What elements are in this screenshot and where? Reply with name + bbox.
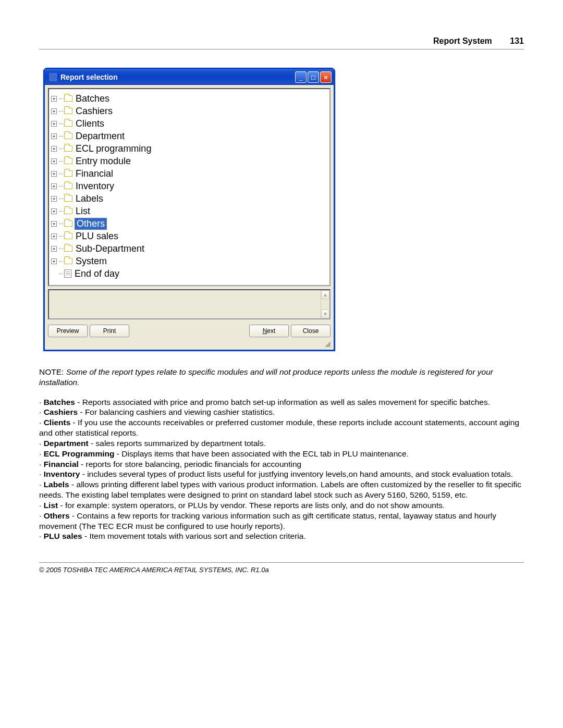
expand-icon[interactable]: + (51, 258, 57, 264)
tree-item-label: End of day (74, 268, 120, 279)
document-icon (64, 269, 71, 278)
expand-icon[interactable]: + (51, 246, 57, 252)
description-text: - Item movement totals with various sort… (82, 532, 306, 540)
description-term: Labels (44, 480, 69, 489)
folder-icon (64, 195, 72, 202)
description-entry: · ECL Programming - Displays items that … (39, 449, 524, 459)
tree-item-financial[interactable]: +Financial (51, 167, 327, 180)
maximize-icon: □ (311, 73, 315, 81)
description-entry: · Clients - If you use the accounts rece… (39, 417, 524, 438)
tree-connector (59, 186, 63, 187)
expand-icon[interactable]: + (51, 196, 57, 202)
description-scrollbar[interactable]: ▲ ▼ (321, 290, 329, 318)
window-titlebar[interactable]: Report selection _ □ × (45, 69, 334, 85)
tree-item-clients[interactable]: +Clients (51, 117, 327, 130)
folder-icon (64, 233, 72, 239)
description-term: Batches (44, 398, 75, 406)
description-text: - Contains a few reports for tracking va… (39, 511, 496, 530)
expand-icon[interactable]: + (51, 221, 57, 227)
tree-connector (59, 261, 63, 262)
close-window-button[interactable]: × (320, 71, 332, 83)
tree-item-batches[interactable]: +Batches (51, 92, 327, 105)
expand-icon[interactable]: + (51, 233, 57, 239)
description-entry: · PLU sales - Item movement totals with … (39, 531, 524, 541)
expand-icon[interactable]: + (51, 96, 57, 102)
expand-icon[interactable]: + (51, 108, 57, 114)
tree-item-labels[interactable]: +Labels (51, 192, 327, 205)
description-term: Clients (44, 418, 71, 427)
tree-connector (59, 149, 63, 149)
folder-icon (64, 108, 72, 114)
report-selection-window-screenshot: Report selection _ □ × +Batches+Cashiers… (43, 68, 335, 351)
description-pane: ▲ ▼ (48, 289, 331, 319)
tree-item-system[interactable]: +System (51, 255, 327, 267)
description-entry: · Inventory - includes several types of … (39, 469, 524, 479)
preview-button[interactable]: Preview (48, 325, 88, 337)
expand-icon[interactable]: + (51, 133, 57, 139)
description-term: Inventory (44, 470, 80, 478)
description-entry: · Labels - allows printing different lab… (39, 479, 524, 500)
tree-connector (59, 249, 63, 249)
description-text: - sales reports summarized by department… (89, 439, 266, 448)
header-page-number: 131 (510, 36, 524, 45)
scroll-down-icon[interactable]: ▼ (321, 310, 329, 318)
window-title: Report selection (60, 73, 118, 81)
page-header: Report System 131 (39, 36, 524, 50)
tree-item-inventory[interactable]: +Inventory (51, 180, 327, 192)
next-button[interactable]: Next (249, 325, 289, 337)
folder-icon (64, 245, 72, 252)
expand-icon[interactable]: + (51, 146, 57, 152)
tree-item-label: Clients (75, 118, 105, 129)
expand-icon[interactable]: + (51, 171, 57, 177)
print-button-label: Print (103, 327, 116, 335)
tree-item-end-of-day[interactable]: End of day (51, 267, 327, 280)
tree-connector (59, 211, 63, 212)
tree-item-cashiers[interactable]: +Cashiers (51, 105, 327, 117)
description-term: Cashiers (44, 408, 78, 416)
tree-item-label: Entry module (75, 156, 132, 167)
close-icon: × (324, 73, 328, 81)
tree-item-plu-sales[interactable]: +PLU sales (51, 230, 327, 242)
folder-icon (64, 170, 72, 177)
scroll-up-icon[interactable]: ▲ (321, 290, 329, 299)
description-text: - allows printing different label types … (39, 480, 521, 499)
folder-icon (64, 183, 72, 189)
tree-item-sub-department[interactable]: +Sub-Department (51, 242, 327, 255)
tree-item-list[interactable]: +List (51, 205, 327, 217)
description-text: - reports for store balancing, periodic … (79, 460, 301, 468)
tree-connector (59, 199, 63, 199)
description-text: - For balancing cashiers and viewing cas… (78, 408, 275, 416)
description-text: - Displays items that have been associat… (114, 449, 409, 458)
tree-connector (59, 98, 63, 99)
description-term: Financial (44, 460, 79, 468)
expand-icon[interactable]: + (51, 183, 57, 189)
description-entry: · Batches - Reports associated with pric… (39, 397, 524, 408)
description-term: ECL Programming (44, 449, 115, 458)
tree-item-entry-module[interactable]: +Entry module (51, 155, 327, 167)
tree-item-label: PLU sales (75, 231, 119, 242)
folder-icon (64, 208, 72, 214)
minimize-button[interactable]: _ (295, 71, 307, 83)
tree-item-label: Sub-Department (75, 243, 145, 254)
tree-item-ecl-programming[interactable]: +ECL programming (51, 142, 327, 155)
tree-item-label: Others (75, 218, 107, 230)
folder-icon (64, 120, 72, 127)
expand-icon[interactable]: + (51, 208, 57, 214)
folder-icon (64, 220, 72, 227)
tree-item-others[interactable]: +Others (51, 217, 327, 230)
minimize-icon: _ (299, 73, 302, 81)
expand-icon[interactable]: + (51, 158, 57, 164)
description-entry: · Department - sales reports summarized … (39, 438, 524, 449)
description-term: PLU sales (44, 532, 82, 540)
tree-item-label: Cashiers (75, 106, 114, 117)
tree-item-department[interactable]: +Department (51, 130, 327, 142)
print-button[interactable]: Print (90, 325, 129, 337)
folder-icon (64, 145, 72, 152)
close-button[interactable]: Close (291, 325, 331, 337)
expand-icon[interactable]: + (51, 121, 57, 127)
tree-connector (59, 224, 63, 224)
resize-grip-icon[interactable]: ◢ (48, 339, 331, 347)
report-tree[interactable]: +Batches+Cashiers+Clients+Department+ECL… (48, 88, 331, 286)
folder-icon (64, 133, 72, 139)
maximize-button[interactable]: □ (308, 71, 319, 83)
